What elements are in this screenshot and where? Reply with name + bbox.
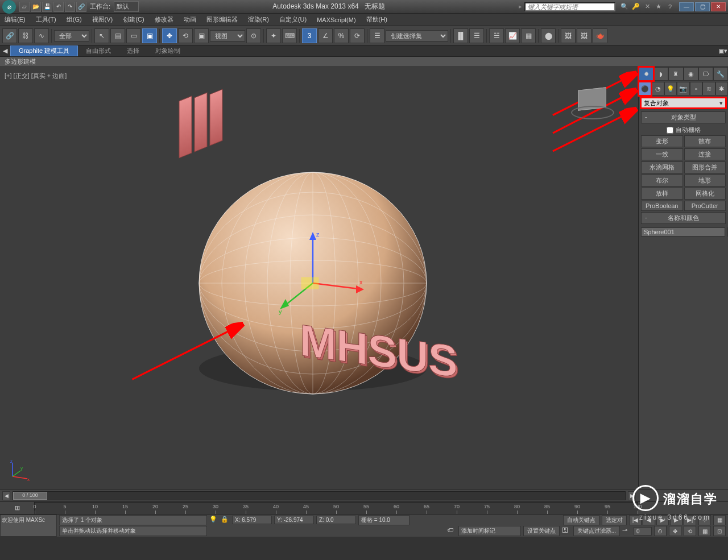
utilities-tab-icon[interactable]: 🔧: [713, 67, 728, 81]
key-icon[interactable]: 🔑: [631, 2, 640, 11]
hierarchy-tab-icon[interactable]: ♜: [668, 67, 683, 81]
time-slider-thumb[interactable]: 0 / 100: [13, 492, 47, 500]
helpers-subtab-icon[interactable]: ▫: [690, 82, 702, 96]
motion-tab-icon[interactable]: ◉: [684, 67, 698, 81]
pivot-icon[interactable]: ⊙: [246, 28, 261, 43]
render-frame-icon[interactable]: 🖼: [577, 28, 592, 43]
minimize-button[interactable]: —: [679, 2, 694, 11]
align-icon[interactable]: ☰: [469, 28, 484, 43]
ribbon-collapse-icon[interactable]: ▣▾: [718, 45, 728, 56]
setkey-button[interactable]: 设置关键点: [523, 526, 560, 536]
menu-grapheditors[interactable]: 图形编辑器: [206, 15, 238, 24]
rollout-name-color[interactable]: -名称和颜色: [641, 212, 726, 224]
qat-save-icon[interactable]: 💾: [42, 2, 52, 12]
region-rect-icon[interactable]: ▭: [126, 28, 141, 43]
render-setup-icon[interactable]: 🖼: [561, 28, 576, 43]
auto-grid-checkbox[interactable]: 自动栅格: [639, 125, 728, 135]
angle-snap-icon[interactable]: ∠: [318, 28, 333, 43]
key-icon2[interactable]: ⚿: [562, 526, 571, 536]
scale-icon[interactable]: ▣: [194, 28, 209, 43]
cameras-subtab-icon[interactable]: 📷: [677, 82, 689, 96]
btn-blobmesh[interactable]: 水滴网格: [641, 161, 683, 173]
menu-customize[interactable]: 自定义(U): [279, 15, 307, 24]
help-icon[interactable]: ?: [665, 2, 675, 11]
spacewarps-subtab-icon[interactable]: ≋: [702, 82, 715, 96]
mirror-icon[interactable]: ▐▌: [453, 28, 468, 43]
qat-undo-icon[interactable]: ↶: [53, 2, 64, 12]
keyfilter-button[interactable]: 关键点过滤器...: [573, 526, 620, 536]
manipulate-icon[interactable]: ✦: [266, 28, 281, 43]
menu-animation[interactable]: 动画: [184, 15, 196, 24]
app-icon[interactable]: ⌀: [2, 0, 16, 14]
menu-edit[interactable]: 编辑(E): [5, 15, 26, 24]
star-icon[interactable]: ★: [654, 2, 663, 11]
window-crossing-icon[interactable]: ▣: [142, 28, 157, 43]
geometry-subtab-icon[interactable]: ⚫: [639, 82, 651, 96]
schematic-icon[interactable]: ▦: [521, 28, 536, 43]
ribbon-tab-paint[interactable]: 对象绘制: [147, 45, 188, 56]
time-config-icon[interactable]: ⏲: [654, 526, 667, 536]
nav-6-icon[interactable]: ⊡: [713, 526, 726, 536]
selection-lock-icon[interactable]: 💡: [209, 516, 218, 525]
menu-create[interactable]: 创建(C): [123, 15, 144, 24]
ribbon-tab-graphite[interactable]: Graphite 建模工具: [10, 45, 78, 56]
select-icon[interactable]: ↖: [94, 28, 109, 43]
current-frame[interactable]: 0: [634, 527, 652, 536]
selected-button[interactable]: 选定对: [602, 515, 627, 525]
unlink-icon[interactable]: ⛓: [18, 28, 33, 43]
coord-y[interactable]: Y: -26.974: [274, 516, 314, 524]
object-name-input[interactable]: [641, 227, 725, 237]
maxscript-listener[interactable]: 欢迎使用 MAXSc: [0, 515, 57, 537]
move-icon[interactable]: ✥: [162, 28, 177, 43]
timetag-icon[interactable]: 🏷: [447, 526, 456, 536]
named-selection-combo[interactable]: 创建选择集: [386, 30, 448, 42]
menu-tools[interactable]: 工具(T): [36, 15, 56, 24]
nav-3-icon[interactable]: ✥: [669, 526, 681, 536]
named-sel-icon[interactable]: ☰: [370, 28, 384, 43]
search-caret-icon[interactable]: ▸: [519, 3, 522, 10]
shapes-subtab-icon[interactable]: ◔: [651, 82, 664, 96]
create-tab-icon[interactable]: ✹: [639, 67, 653, 81]
lights-subtab-icon[interactable]: 💡: [664, 82, 677, 96]
btn-loft[interactable]: 放样: [641, 188, 683, 200]
display-tab-icon[interactable]: 🖵: [698, 67, 713, 81]
coord-z[interactable]: Z: 0.0: [316, 516, 356, 524]
binoculars-icon[interactable]: 🔍: [620, 2, 629, 11]
btn-morph[interactable]: 变形: [641, 135, 683, 147]
ref-coord-combo[interactable]: 视图: [210, 30, 245, 42]
menu-help[interactable]: 帮助(H): [366, 15, 387, 24]
btn-conform[interactable]: 一致: [641, 148, 683, 160]
btn-mesher[interactable]: 网格化: [684, 188, 726, 200]
keyboard-icon[interactable]: ⌨: [282, 28, 297, 43]
ribbon-tab-freeform[interactable]: 自由形式: [78, 45, 119, 56]
track-config-icon[interactable]: ⊞: [0, 502, 34, 514]
search-input[interactable]: [524, 2, 615, 11]
btn-connect[interactable]: 连接: [684, 148, 726, 160]
menu-maxscript[interactable]: MAXScript(M): [317, 16, 355, 23]
qat-new-icon[interactable]: ▱: [19, 2, 30, 12]
close-button[interactable]: ✕: [711, 2, 726, 11]
menu-modifiers[interactable]: 修改器: [155, 15, 173, 24]
time-left-icon[interactable]: ◀: [2, 491, 10, 500]
ribbon-left-icon[interactable]: ◀: [0, 45, 10, 56]
qat-link-icon[interactable]: 🔗: [76, 2, 86, 12]
menu-rendering[interactable]: 渲染(R): [248, 15, 269, 24]
btn-procutter[interactable]: ProCutter: [684, 201, 726, 211]
btn-proboolean[interactable]: ProBoolean: [641, 201, 683, 211]
snap-3d-icon[interactable]: 3: [302, 28, 317, 43]
workspace-dropdown[interactable]: 默认: [114, 1, 139, 12]
autokey-button[interactable]: 自动关键点: [563, 515, 599, 525]
layer-icon[interactable]: ☱: [489, 28, 504, 43]
time-tag-field[interactable]: 添加时间标记: [458, 526, 521, 536]
btn-boolean[interactable]: 布尔: [641, 175, 683, 186]
qat-redo-icon[interactable]: ↷: [65, 2, 75, 12]
nav-5-icon[interactable]: ▦: [698, 526, 711, 536]
link-icon[interactable]: 🔗: [2, 28, 17, 43]
spinner-snap-icon[interactable]: ⟳: [350, 28, 365, 43]
systems-subtab-icon[interactable]: ✱: [715, 82, 728, 96]
btn-terrain[interactable]: 地形: [684, 175, 726, 186]
modify-tab-icon[interactable]: ◗: [653, 67, 668, 81]
material-editor-icon[interactable]: ⬤: [541, 28, 556, 43]
ribbon-panel-label[interactable]: 多边形建模: [0, 57, 728, 67]
curve-editor-icon[interactable]: 📈: [505, 28, 520, 43]
